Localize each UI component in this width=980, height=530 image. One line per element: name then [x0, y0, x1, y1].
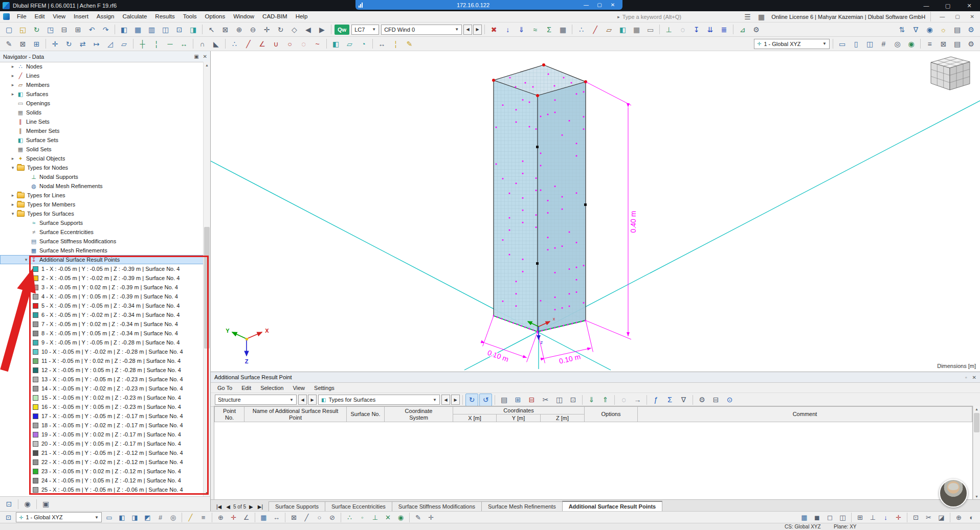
grid-toggle-icon[interactable]: #: [154, 512, 166, 523]
plane-yz-icon[interactable]: ◩: [142, 512, 153, 523]
scale-icon[interactable]: ◿: [104, 37, 117, 50]
manage-guidelines-icon[interactable]: ≡: [197, 512, 209, 523]
show-loads-icon[interactable]: ↓: [880, 512, 892, 523]
panel-menu-settings[interactable]: Settings: [309, 385, 339, 391]
full-view-icon[interactable]: ⊡: [910, 512, 922, 523]
calculation-settings-icon[interactable]: ⚙: [750, 23, 763, 36]
tree-chevron-icon[interactable]: ▾: [9, 165, 16, 170]
panel-menu-edit[interactable]: Edit: [237, 385, 256, 391]
sort-ascending-icon[interactable]: ⇅: [896, 23, 908, 36]
window-minimize-button[interactable]: —: [916, 0, 937, 11]
select-circle-icon[interactable]: ○: [314, 512, 325, 523]
table-view-icon[interactable]: ▤: [498, 394, 510, 406]
delete-row-icon[interactable]: ⊟: [525, 394, 538, 406]
next-type-button[interactable]: ▶: [451, 395, 460, 405]
new-node-icon[interactable]: ∴: [575, 23, 588, 36]
copy-row-icon[interactable]: ◫: [553, 394, 566, 406]
result-point-item[interactable]: 12 - X : -0.05 m | Y : 0.05 m | Z : -0.2…: [0, 365, 204, 375]
select-all-icon[interactable]: ⊠: [16, 37, 29, 50]
result-point-item[interactable]: 18 - X : -0.05 m | Y : -0.02 m | Z : -0.…: [0, 421, 204, 430]
tree-item-members[interactable]: ▸▱Members: [0, 80, 204, 89]
tree-item-surface-stiffness-modifications[interactable]: ▤Surface Stiffness Modifications: [0, 237, 204, 246]
table-scrollbar[interactable]: ▲ ▼: [973, 406, 980, 500]
wireframe-view-icon[interactable]: ◻: [824, 512, 836, 523]
cad-draw-icon[interactable]: ✎: [412, 512, 424, 523]
panel-menu-go-to[interactable]: Go To: [213, 385, 237, 391]
extend-line-icon[interactable]: ↔: [177, 37, 190, 50]
planar-surface-icon[interactable]: ◧: [329, 37, 342, 50]
result-point-item[interactable]: 20 - X : -0.05 m | Y : 0.05 m | Z : -0.1…: [0, 439, 204, 448]
tree-chevron-icon[interactable]: ▾: [23, 257, 30, 262]
polyline-icon[interactable]: ∠: [256, 37, 269, 50]
filter-icon[interactable]: ∇: [909, 23, 922, 36]
display-properties-icon[interactable]: ▤: [951, 23, 964, 36]
result-point-item[interactable]: 7 - X : -0.05 m | Y : 0.02 m | Z : -0.34…: [0, 319, 204, 329]
calculate-all-icon[interactable]: ⊿: [736, 23, 749, 36]
insert-node-icon[interactable]: ∴: [228, 37, 241, 50]
result-point-item[interactable]: 8 - X : -0.05 m | Y : 0.05 m | Z : -0.34…: [0, 329, 204, 338]
cut-row-icon[interactable]: ✂: [539, 394, 552, 406]
load-wizard-badge[interactable]: Qw: [335, 25, 349, 35]
panel-toggle-icon[interactable]: ▥: [145, 23, 158, 36]
tree-chevron-icon[interactable]: ▸: [9, 64, 16, 69]
result-point-item[interactable]: 11 - X : -0.05 m | Y : 0.02 m | Z : -0.2…: [0, 356, 204, 365]
solid-view-icon[interactable]: ◼: [811, 512, 823, 523]
surface-load-icon[interactable]: ≣: [718, 23, 730, 36]
axes-toggle-icon[interactable]: ✛: [228, 512, 239, 523]
units-settings-icon[interactable]: ⚙: [965, 37, 977, 50]
result-point-item[interactable]: 6 - X : -0.05 m | Y : -0.02 m | Z : -0.3…: [0, 310, 204, 319]
visibility-modes-icon[interactable]: ◉: [923, 23, 936, 36]
new-member-icon[interactable]: ▱: [603, 23, 615, 36]
round-corner-icon[interactable]: ∩: [196, 37, 209, 50]
result-point-item[interactable]: 21 - X : -0.05 m | Y : -0.05 m | Z : -0.…: [0, 448, 204, 457]
quick-access-icon[interactable]: ☰: [741, 10, 754, 23]
load-case-select[interactable]: CFD Wind 0▼: [381, 25, 462, 35]
tables-toggle-icon[interactable]: ▦: [131, 23, 144, 36]
scroll-up-icon[interactable]: ▲: [973, 406, 980, 412]
snap-toggle-icon[interactable]: ◎: [167, 512, 179, 523]
result-point-item[interactable]: 2 - X : -0.05 m | Y : -0.02 m | Z : -0.3…: [0, 273, 204, 283]
menu-results[interactable]: Results: [151, 11, 179, 22]
sync-model-icon[interactable]: ↻: [30, 23, 43, 36]
snap-settings-icon[interactable]: ◎: [891, 37, 904, 50]
result-point-item[interactable]: 25 - X : -0.05 m | Y : -0.05 m | Z : -0.…: [0, 485, 204, 494]
doc-minimize-button[interactable]: —: [936, 14, 948, 19]
work-plane-xz-icon[interactable]: ▯: [850, 37, 862, 50]
panel-title-bar[interactable]: Additional Surface Result Point ▫ ✕: [211, 372, 980, 383]
scrollbar-thumb[interactable]: [204, 227, 210, 349]
snap-middle-icon[interactable]: ◦: [357, 512, 368, 523]
result-point-item[interactable]: 19 - X : -0.05 m | Y : 0.02 m | Z : -0.1…: [0, 430, 204, 439]
next-category-button[interactable]: ▶: [308, 395, 317, 405]
snap-perpendicular-icon[interactable]: ⊥: [369, 512, 381, 523]
navigator-close-icon[interactable]: ✕: [203, 54, 207, 59]
plane-xy-icon[interactable]: ◧: [116, 512, 128, 523]
tree-chevron-icon[interactable]: ▸: [9, 193, 16, 198]
insert-row-icon[interactable]: ⊞: [511, 394, 524, 406]
next-view-icon[interactable]: ▶: [316, 23, 328, 36]
menu-edit[interactable]: Edit: [31, 11, 49, 22]
deselect-icon[interactable]: ⊘: [326, 512, 338, 523]
line-grid-icon[interactable]: ▦: [258, 512, 270, 523]
doc-close-button[interactable]: ✕: [967, 14, 978, 19]
tower-model[interactable]: [494, 65, 586, 332]
guideline-tool-icon[interactable]: ¦: [389, 37, 402, 50]
delete-results-icon[interactable]: ✖: [487, 23, 500, 36]
result-point-item[interactable]: 16 - X : -0.05 m | Y : 0.05 m | Z : -0.2…: [0, 402, 204, 411]
dimension-tool-icon[interactable]: ↔: [375, 37, 388, 50]
coordinate-system-select[interactable]: ✛ 1 - Global XYZ▼: [754, 39, 830, 49]
select-window-icon[interactable]: ⊠: [288, 512, 300, 523]
print-table-icon[interactable]: ⊟: [709, 394, 722, 406]
quadrangle-surface-icon[interactable]: ▱: [343, 37, 356, 50]
shear-icon[interactable]: ▱: [118, 37, 130, 50]
navigator-toggle-icon[interactable]: ◧: [118, 23, 130, 36]
show-load-values-icon[interactable]: ⇓: [515, 23, 528, 36]
panel-menu-selection[interactable]: Selection: [256, 385, 288, 391]
result-point-item[interactable]: 4 - X : -0.05 m | Y : 0.05 m | Z : -0.39…: [0, 292, 204, 301]
menu-view[interactable]: View: [49, 11, 70, 22]
doc-restore-button[interactable]: ▢: [951, 14, 963, 19]
select-special-icon[interactable]: ⊞: [30, 37, 43, 50]
structure-category-select[interactable]: Structure▼: [215, 395, 297, 405]
tree-item-nodes[interactable]: ▸∴Nodes: [0, 62, 204, 71]
menu-insert[interactable]: Insert: [70, 11, 93, 22]
panel-menu-view[interactable]: View: [288, 385, 309, 391]
